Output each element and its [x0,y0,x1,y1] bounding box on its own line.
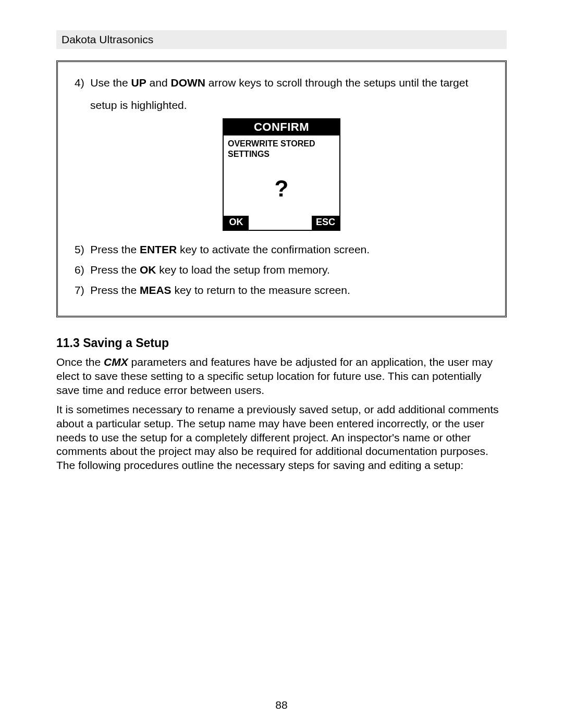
confirm-screen: CONFIRM OVERWRITE STORED SETTINGS ? OK E… [223,118,340,231]
step-4: 4) Use the UP and DOWN arrow keys to scr… [75,71,494,116]
up-key: UP [131,77,146,89]
step-5-num: 5) [75,243,84,255]
header-bar: Dakota Ultrasonics [56,30,507,49]
step-4-t1: Use the [90,77,131,89]
step-6: 6) Press the OK key to load the setup fr… [75,258,494,281]
company-name: Dakota Ultrasonics [62,33,153,45]
step-7-t2: key to return to the measure screen. [172,284,350,296]
step-6-t1: Press the [90,264,140,276]
paragraph-2: It is sometimes necessary to rename a pr… [56,403,507,473]
step-5: 5) Press the ENTER key to activate the c… [75,238,494,261]
device-name: CMX [104,356,128,368]
ok-key: OK [140,264,156,276]
ok-button[interactable]: OK [224,216,249,230]
paragraph-1: Once the CMX parameters and features hav… [56,355,507,398]
esc-button[interactable]: ESC [312,216,339,230]
instruction-box: 4) Use the UP and DOWN arrow keys to scr… [56,60,507,317]
step-4-mid: and [146,77,171,89]
confirm-message: OVERWRITE STORED SETTINGS [224,135,339,162]
step-7-num: 7) [75,284,84,296]
step-7: 7) Press the MEAS key to return to the m… [75,279,494,301]
para1-t1: Once the [56,356,104,368]
enter-key: ENTER [140,243,177,255]
step-6-num: 6) [75,264,84,276]
step-7-t1: Press the [90,284,140,296]
step-4-num: 4) [75,77,84,89]
section-heading: 11.3 Saving a Setup [56,336,507,350]
confirm-title: CONFIRM [224,119,339,135]
question-icon: ? [275,177,289,200]
step-5-t1: Press the [90,243,140,255]
page-number: 88 [0,699,563,711]
meas-key: MEAS [140,284,172,296]
step-6-t2: key to load the setup from memory. [156,264,329,276]
step-5-t2: key to activate the confirmation screen. [177,243,370,255]
down-key: DOWN [170,77,205,89]
